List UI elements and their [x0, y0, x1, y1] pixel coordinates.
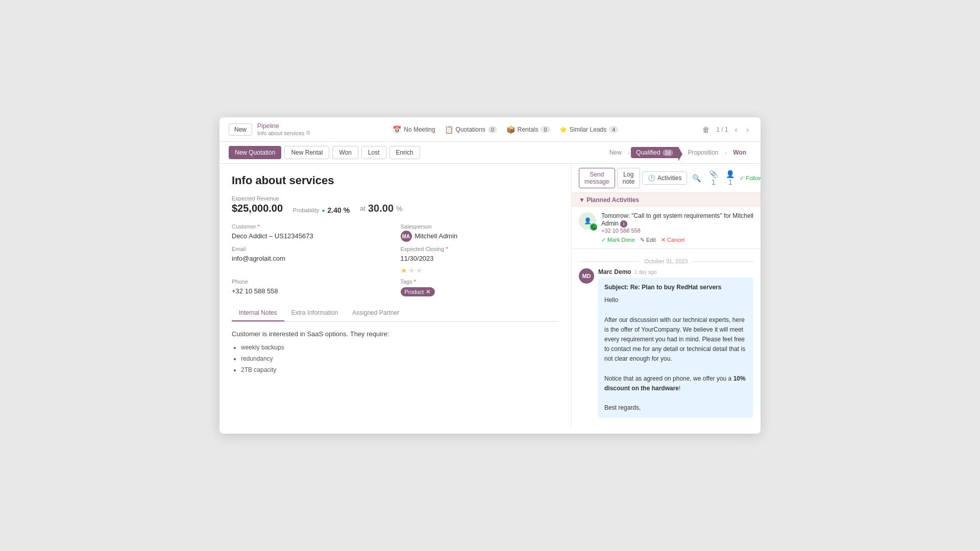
similar-leads-button[interactable]: ⭐ Similar Leads 4: [559, 126, 619, 133]
pipeline-link[interactable]: Pipeline: [257, 122, 311, 130]
record-nav: 1 / 1: [716, 126, 728, 133]
rentals-icon: 📦: [506, 126, 515, 134]
salesperson-value[interactable]: Mitchell Admin: [415, 231, 458, 242]
message-avatar: MD: [579, 268, 594, 284]
expected-closing-value[interactable]: 11/30/2023: [401, 253, 559, 264]
message-sign: Best regards,: [604, 403, 747, 413]
for-label: for: [724, 212, 731, 219]
attachment-button[interactable]: 📎 1: [706, 168, 721, 188]
activities-label: Activities: [657, 174, 681, 182]
salesperson-row: MA Mitchell Admin: [401, 231, 559, 242]
log-note-button[interactable]: Log note: [617, 168, 640, 188]
activity-person: Admin i: [601, 220, 753, 228]
action-row: New Quotation New Rental Won Lost Enrich…: [219, 142, 761, 164]
trash-icon-button[interactable]: 🗑: [700, 124, 712, 135]
date-separator: October 31, 2023: [579, 258, 753, 264]
activity-avatar: 👤 📞: [579, 212, 596, 230]
tags-value[interactable]: Product ✕: [401, 286, 559, 296]
message-time: 1 day ago: [634, 269, 657, 275]
search-icon-button[interactable]: 🔍: [689, 172, 704, 184]
stage-qualified[interactable]: Qualified 2d: [631, 147, 678, 158]
at-label: at: [360, 205, 365, 212]
tomorrow-label: Tomorrow:: [601, 212, 630, 219]
message-author: Marc Demo: [598, 268, 631, 276]
check-icon: ✓: [740, 175, 744, 182]
prev-record-button[interactable]: ‹: [732, 124, 740, 135]
follower-button[interactable]: 👤 1: [723, 168, 738, 188]
tab-extra-information[interactable]: Extra Information: [284, 305, 345, 321]
following-label: Following: [746, 175, 761, 181]
messages-section: October 31, 2023 MD Marc Demo 1 day ago …: [572, 249, 761, 428]
stage-proposition[interactable]: Proposition: [683, 147, 724, 158]
cancel-link[interactable]: ✕ Cancel: [661, 237, 684, 243]
customer-field: Customer Deco Addict – US12345673: [232, 223, 390, 242]
tab-assigned-partner[interactable]: Assigned Partner: [345, 305, 406, 321]
enrich-button[interactable]: Enrich: [389, 146, 420, 159]
list-item: redundancy: [241, 354, 559, 364]
info-icon[interactable]: i: [620, 220, 627, 228]
stage-arrow-3: ›: [725, 148, 727, 157]
salesperson-field: Salesperson MA Mitchell Admin: [401, 223, 559, 242]
following-badge[interactable]: ✓ Following: [740, 175, 761, 182]
no-meeting-button[interactable]: 📅 No Meeting: [393, 126, 435, 134]
star-3[interactable]: ★: [416, 266, 423, 274]
breadcrumb-section: New Pipeline Info about services ⚙: [229, 122, 311, 136]
quotations-button[interactable]: 📋 Quotations 0: [445, 126, 497, 134]
message-content: Marc Demo 1 day ago Subject: Re: Plan to…: [598, 268, 753, 418]
lost-button[interactable]: Lost: [361, 146, 386, 159]
salesperson-label: Salesperson: [401, 223, 559, 230]
mark-done-link[interactable]: ✓ Mark Done: [601, 237, 635, 243]
won-button[interactable]: Won: [332, 146, 358, 159]
clock-icon: 🕐: [648, 174, 655, 182]
activities-button[interactable]: 🕐 Activities: [642, 171, 687, 185]
activity-content: Tomorrow: "Call to get system requiremen…: [601, 212, 753, 243]
probability-percent[interactable]: 30.00: [368, 203, 394, 214]
expected-closing-label: Expected Closing: [401, 246, 559, 252]
stage-new[interactable]: New: [604, 147, 627, 158]
new-button[interactable]: New: [229, 123, 252, 136]
settings-icon[interactable]: ⚙: [306, 130, 311, 136]
chatter-panel: Send message Log note 🕐 Activities 🔍 📎 1…: [572, 164, 761, 428]
send-message-button[interactable]: Send message: [579, 168, 615, 188]
rentals-button[interactable]: 📦 Rentals 0: [506, 126, 550, 134]
avatar: MA: [401, 231, 412, 242]
stage-won[interactable]: Won: [728, 147, 751, 158]
probability-at-block: at 30.00 %: [360, 203, 402, 214]
email-value[interactable]: info@agrolait.com: [232, 253, 390, 264]
top-bar: New Pipeline Info about services ⚙ 📅 No …: [219, 117, 761, 142]
new-rental-button[interactable]: New Rental: [284, 146, 329, 159]
new-quotation-button[interactable]: New Quotation: [229, 146, 281, 159]
expected-revenue-block: Expected Revenue $25,000.00: [232, 195, 283, 214]
stage-days: 2d: [663, 149, 673, 156]
similar-leads-label: Similar Leads: [570, 126, 607, 133]
activity-name: "Call to get system requirements": [631, 212, 722, 219]
action-buttons: New Quotation New Rental Won Lost Enrich: [229, 146, 420, 159]
message-subject: Subject: Re: Plan to buy RedHat servers: [604, 283, 747, 292]
quotations-label: Quotations: [456, 126, 485, 133]
star-2[interactable]: ★: [408, 266, 415, 274]
phone-badge-icon: 📞: [590, 223, 597, 231]
probability-value[interactable]: 2.40 %: [328, 206, 350, 214]
page-title: Info about services: [232, 174, 559, 187]
percent-sign: %: [396, 205, 402, 213]
revenue-section: Expected Revenue $25,000.00 Probability …: [232, 195, 559, 214]
tag-product-label: Product: [405, 289, 424, 295]
notes-content: Customer is interested in SaaS options. …: [232, 329, 559, 375]
star-rating[interactable]: ★ ★ ★: [401, 266, 559, 274]
probability-block: Probability ● 2.40 %: [293, 206, 350, 214]
edit-link[interactable]: ✎ Edit: [640, 237, 656, 243]
star-1[interactable]: ★: [401, 266, 407, 274]
tag-remove-icon[interactable]: ✕: [426, 288, 431, 295]
next-record-button[interactable]: ›: [744, 124, 751, 135]
tab-internal-notes[interactable]: Internal Notes: [232, 305, 284, 321]
activity-phone[interactable]: +32 10 588 558: [601, 228, 753, 234]
star-icon: ⭐: [559, 126, 567, 133]
customer-value[interactable]: Deco Addict – US12345673: [232, 231, 390, 242]
tags-field: Tags Product ✕: [401, 279, 559, 297]
tag-product[interactable]: Product ✕: [401, 287, 435, 296]
phone-value[interactable]: +32 10 588 558: [232, 286, 390, 297]
notes-list: weekly backups redundancy 2TB capacity: [241, 343, 559, 375]
email-field: Email info@agrolait.com: [232, 246, 390, 274]
expected-revenue-value[interactable]: $25,000.00: [232, 203, 283, 214]
notes-text: Customer is interested in SaaS options. …: [232, 330, 389, 338]
